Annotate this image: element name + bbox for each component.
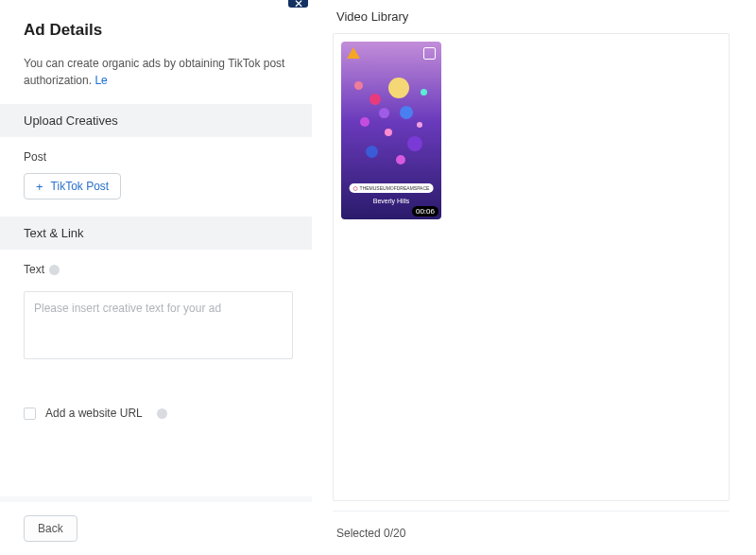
- selected-count: Selected 0/20: [333, 511, 730, 546]
- tiktok-post-label: TikTok Post: [51, 180, 110, 193]
- info-icon[interactable]: [157, 408, 167, 419]
- plus-icon: +: [36, 180, 43, 194]
- post-label: Post: [24, 150, 302, 164]
- video-library-panel: Video Library THEMUSEUMOFDREAMSPACE Beve…: [333, 0, 730, 555]
- add-url-label: Add a website URL: [45, 407, 143, 420]
- video-tag: THEMUSEUMOFDREAMSPACE: [350, 183, 434, 193]
- video-grid: THEMUSEUMOFDREAMSPACE Beverly Hills 00:0…: [333, 33, 730, 501]
- video-duration: 00:06: [412, 206, 438, 217]
- ad-details-panel: Ad Details You can create organic ads by…: [0, 0, 312, 555]
- page-title: Ad Details: [24, 21, 302, 40]
- video-location: Beverly Hills: [341, 198, 441, 204]
- warning-icon: [347, 47, 360, 59]
- section-text-link: Text & Link: [0, 217, 312, 250]
- video-thumbnail[interactable]: THEMUSEUMOFDREAMSPACE Beverly Hills 00:0…: [341, 42, 441, 219]
- creative-text-input[interactable]: [24, 291, 293, 359]
- text-label: Text: [24, 263, 302, 276]
- post-section: Post + TikTok Post: [0, 137, 312, 217]
- subtitle-text: You can create organic ads by obtaining …: [24, 57, 284, 87]
- learn-more-link[interactable]: Le: [94, 74, 107, 87]
- left-footer: Back: [0, 496, 312, 555]
- page-subtitle: You can create organic ads by obtaining …: [24, 55, 302, 89]
- back-button[interactable]: Back: [24, 515, 77, 542]
- info-icon[interactable]: [49, 265, 60, 275]
- add-url-row: Add a website URL: [24, 407, 302, 420]
- add-url-checkbox[interactable]: [24, 408, 36, 420]
- video-library-title: Video Library: [333, 0, 730, 33]
- section-upload-creatives: Upload Creatives: [0, 104, 312, 137]
- tiktok-post-button[interactable]: + TikTok Post: [24, 173, 121, 199]
- select-checkbox[interactable]: [423, 47, 436, 60]
- tag-dot-icon: [353, 186, 358, 191]
